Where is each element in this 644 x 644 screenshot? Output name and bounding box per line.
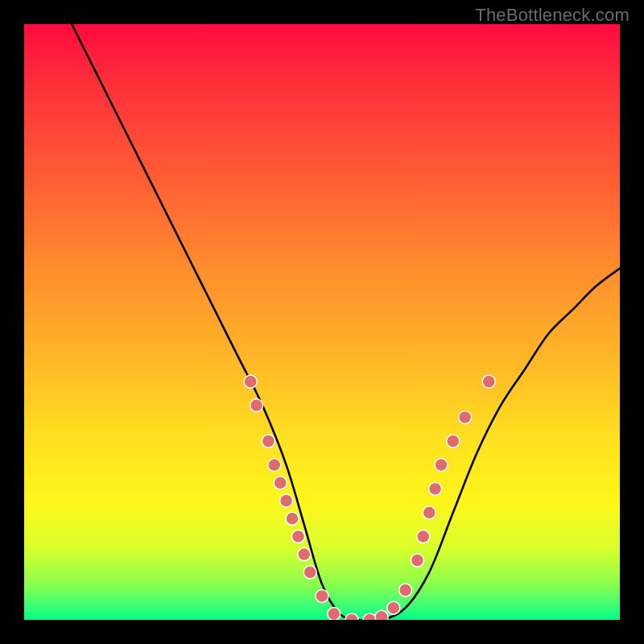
data-marker	[274, 477, 287, 489]
data-marker	[423, 506, 436, 519]
data-marker	[345, 613, 358, 620]
data-marker	[316, 589, 328, 602]
data-marker	[286, 512, 299, 525]
data-marker	[399, 584, 412, 597]
data-marker	[268, 459, 281, 472]
data-marker	[387, 601, 400, 614]
chart-frame: TheBottleneck.com	[0, 0, 644, 644]
data-marker	[303, 566, 316, 579]
data-marker	[363, 613, 376, 620]
data-marker	[280, 494, 293, 507]
data-marker	[417, 530, 430, 543]
data-marker	[298, 548, 311, 561]
data-marker	[435, 459, 448, 472]
data-marker	[459, 411, 472, 423]
data-marker	[250, 399, 263, 412]
bottleneck-curve	[72, 24, 620, 620]
data-marker	[244, 375, 257, 388]
data-marker	[447, 435, 460, 448]
data-marker	[328, 608, 341, 620]
bottleneck-curve-svg	[24, 24, 620, 620]
plot-area	[24, 24, 620, 620]
data-markers	[244, 375, 495, 620]
data-marker	[482, 375, 495, 388]
data-marker	[262, 435, 275, 448]
data-marker	[429, 482, 442, 495]
data-marker	[291, 530, 304, 543]
data-marker	[375, 610, 388, 620]
data-marker	[411, 554, 423, 567]
watermark-text: TheBottleneck.com	[475, 5, 630, 26]
